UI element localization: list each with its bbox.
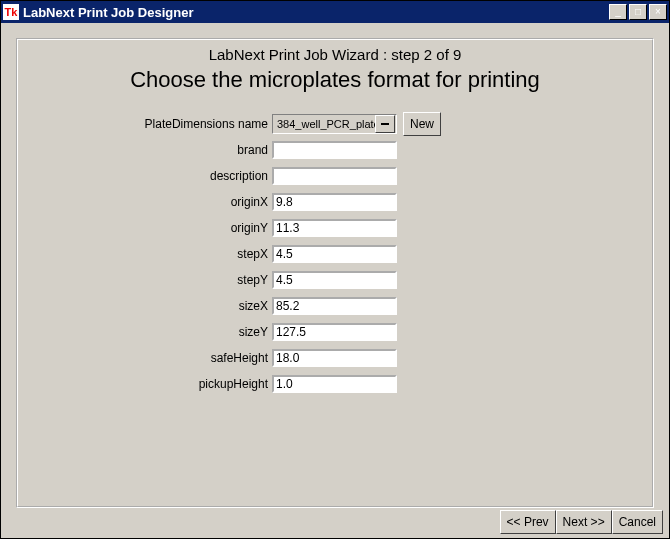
brand-input[interactable]	[272, 141, 397, 159]
tk-icon: Tk	[3, 4, 19, 20]
safeheight-label: safeHeight	[18, 351, 272, 365]
brand-label: brand	[18, 143, 272, 157]
pickupheight-input[interactable]	[272, 375, 397, 393]
stepx-input[interactable]	[272, 245, 397, 263]
wizard-frame: LabNext Print Job Wizard : step 2 of 9 C…	[16, 38, 654, 508]
window-buttons: _ □ ×	[607, 4, 667, 20]
sizey-label: sizeY	[18, 325, 272, 339]
plate-form: PlateDimensions name 384_well_PCR_plate …	[18, 111, 652, 397]
originy-input[interactable]	[272, 219, 397, 237]
close-button[interactable]: ×	[649, 4, 667, 20]
sizex-label: sizeX	[18, 299, 272, 313]
plate-dimensions-dropdown[interactable]: 384_well_PCR_plate	[272, 114, 397, 134]
prev-button[interactable]: << Prev	[500, 510, 556, 534]
next-button[interactable]: Next >>	[556, 510, 612, 534]
plate-dimensions-value: 384_well_PCR_plate	[273, 118, 375, 130]
wizard-step-label: LabNext Print Job Wizard : step 2 of 9	[18, 46, 652, 63]
client-area: LabNext Print Job Wizard : step 2 of 9 C…	[1, 23, 669, 538]
dropdown-toggle-icon[interactable]	[375, 115, 395, 133]
window-title: LabNext Print Job Designer	[23, 5, 607, 20]
maximize-button[interactable]: □	[629, 4, 647, 20]
wizard-footer: << Prev Next >> Cancel	[500, 510, 663, 534]
stepy-label: stepY	[18, 273, 272, 287]
minimize-button[interactable]: _	[609, 4, 627, 20]
titlebar: Tk LabNext Print Job Designer _ □ ×	[1, 1, 669, 23]
wizard-heading: Choose the microplates format for printi…	[18, 67, 652, 93]
cancel-button[interactable]: Cancel	[612, 510, 663, 534]
originx-input[interactable]	[272, 193, 397, 211]
stepx-label: stepX	[18, 247, 272, 261]
sizey-input[interactable]	[272, 323, 397, 341]
stepy-input[interactable]	[272, 271, 397, 289]
app-window: Tk LabNext Print Job Designer _ □ × LabN…	[0, 0, 670, 539]
safeheight-input[interactable]	[272, 349, 397, 367]
new-plate-button[interactable]: New	[403, 112, 441, 136]
plate-dimensions-label: PlateDimensions name	[18, 117, 272, 131]
originy-label: originY	[18, 221, 272, 235]
pickupheight-label: pickupHeight	[18, 377, 272, 391]
description-input[interactable]	[272, 167, 397, 185]
description-label: description	[18, 169, 272, 183]
sizex-input[interactable]	[272, 297, 397, 315]
originx-label: originX	[18, 195, 272, 209]
